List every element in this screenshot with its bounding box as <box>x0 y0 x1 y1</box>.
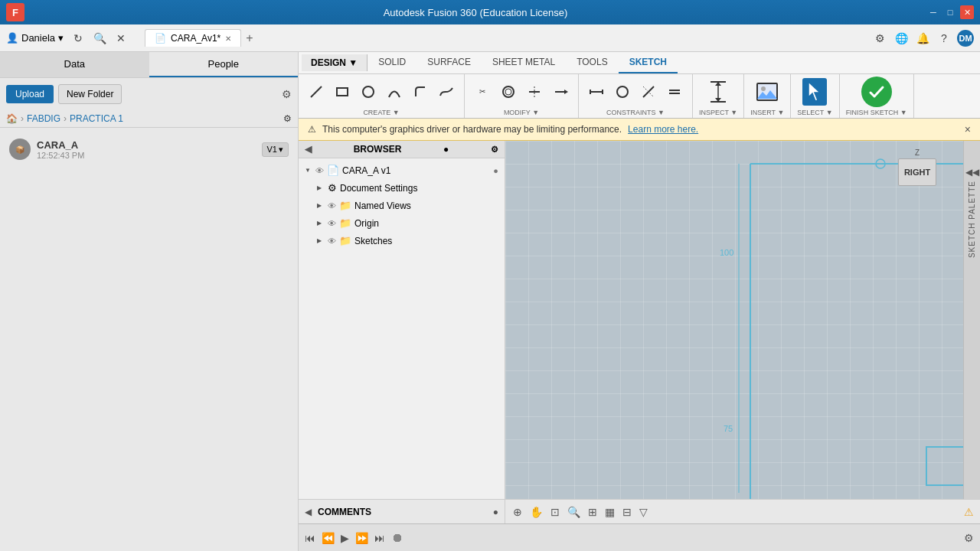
tree-item-named-views[interactable]: ▶ 👁 📁 Named Views <box>311 197 505 214</box>
spline-tool[interactable] <box>435 78 458 106</box>
tab-people[interactable]: People <box>149 52 299 77</box>
breadcrumb-home[interactable]: 🏠 <box>6 113 18 124</box>
zoom-icon[interactable]: 🔍 <box>566 504 582 520</box>
active-tab[interactable]: 📄 CARA_Av1* ✕ <box>145 29 241 47</box>
eye-icon-origin[interactable]: 👁 <box>328 219 336 228</box>
file-item[interactable]: 📦 CARA_A 12:52:43 PM V1 ▾ <box>6 134 292 165</box>
browser-settings-icon[interactable]: ⚙ <box>491 145 498 155</box>
orbit-icon[interactable]: ⊕ <box>511 504 524 520</box>
upload-button[interactable]: Upload <box>6 85 54 103</box>
new-folder-button[interactable]: New Folder <box>58 84 122 104</box>
grid-icon[interactable]: ⊟ <box>621 504 633 520</box>
tree-item-doc-settings[interactable]: ▶ ⚙ Document Settings <box>311 179 505 197</box>
close-button[interactable]: ✕ <box>960 5 974 19</box>
warning-link[interactable]: Learn more here. <box>628 124 698 135</box>
pan-icon[interactable]: ✋ <box>528 504 544 520</box>
timeline-record-icon[interactable]: ⏺ <box>391 531 403 545</box>
palette-collapse-icon[interactable]: ◀◀ <box>965 167 979 178</box>
eye-icon-sketches[interactable]: 👁 <box>328 236 336 246</box>
modify-label[interactable]: MODIFY ▼ <box>504 109 539 116</box>
comments-pin-icon[interactable]: ● <box>493 507 498 517</box>
tab-sheet-metal[interactable]: SHEET METAL <box>482 52 566 73</box>
help-icon[interactable]: ? <box>936 30 952 47</box>
create-label[interactable]: CREATE ▼ <box>363 109 399 116</box>
viewport[interactable]: 100 75 Z RIGHT <box>505 141 963 499</box>
browser-pin-icon[interactable]: ● <box>443 144 449 155</box>
breadcrumb-settings-icon[interactable]: ⚙ <box>283 113 292 124</box>
warning-status-icon[interactable]: ⚠ <box>964 506 974 518</box>
select-label[interactable]: SELECT ▼ <box>797 109 832 116</box>
timeline-next-icon[interactable]: ⏩ <box>355 532 368 544</box>
user-name: Daniela <box>21 32 55 44</box>
folder-icon-origin: 📁 <box>339 217 351 229</box>
line-tool[interactable] <box>305 78 328 106</box>
tab-tools[interactable]: TOOLS <box>566 52 618 73</box>
view-cube-right[interactable]: RIGHT <box>898 158 936 186</box>
notifications-icon[interactable]: 🔔 <box>914 30 931 47</box>
tree-bullet-icon[interactable]: ● <box>493 166 498 175</box>
zoom-fit-icon[interactable]: ⊡ <box>549 504 561 520</box>
eye-icon-named[interactable]: 👁 <box>328 201 336 210</box>
constraints-label[interactable]: CONSTRAINTS ▼ <box>606 109 665 116</box>
browser-icon[interactable]: 🌐 <box>893 30 910 47</box>
file-icon: 📦 <box>9 139 31 160</box>
arc-tool[interactable] <box>383 78 406 106</box>
svg-marker-24 <box>808 82 820 101</box>
trim-tool[interactable] <box>523 78 546 106</box>
horizontal-constraint[interactable] <box>585 78 608 106</box>
timeline-end-icon[interactable]: ⏭ <box>374 532 385 544</box>
svg-point-4 <box>505 89 511 95</box>
tree-item-origin[interactable]: ▶ 👁 📁 Origin <box>311 214 505 232</box>
insert-image-tool[interactable] <box>753 78 782 106</box>
measure-tool[interactable] <box>704 77 733 107</box>
tab-surface[interactable]: SURFACE <box>416 52 482 73</box>
coincident-constraint[interactable] <box>637 78 660 106</box>
design-dropdown[interactable]: DESIGN ▼ <box>302 54 368 71</box>
tree-item-sketches[interactable]: ▶ 👁 📁 Sketches <box>311 232 505 249</box>
rectangle-tool[interactable] <box>331 78 354 106</box>
timeline-prev-icon[interactable]: ⏪ <box>322 532 335 544</box>
insert-label[interactable]: INSERT ▼ <box>750 109 784 116</box>
breadcrumb-practica[interactable]: PRACTICA 1 <box>70 113 123 124</box>
warning-close-icon[interactable]: × <box>965 123 971 135</box>
app-toolbar-icons: ↻ 🔍 ✕ <box>70 30 129 47</box>
offset-tool[interactable] <box>497 78 520 106</box>
more-icon[interactable]: ▽ <box>638 504 649 520</box>
breadcrumb-fabdig[interactable]: FABDIG <box>27 113 60 124</box>
extend-tool[interactable] <box>549 78 572 106</box>
equal-constraint[interactable] <box>663 78 686 106</box>
timeline-play-icon[interactable]: ▶ <box>341 532 349 544</box>
account-icon[interactable]: DM <box>957 30 974 47</box>
timeline-settings-icon[interactable]: ⚙ <box>964 532 974 544</box>
finish-sketch-button[interactable] <box>861 77 892 107</box>
tree-item-document[interactable]: ▼ 👁 📄 CARA_A v1 ● <box>299 161 505 179</box>
comments-collapse-icon[interactable]: ◀ <box>305 507 312 517</box>
zoom-extent-icon[interactable]: ⊞ <box>586 504 599 520</box>
eye-icon[interactable]: 👁 <box>315 166 324 175</box>
close-panel-icon[interactable]: ✕ <box>113 30 129 47</box>
timeline-start-icon[interactable]: ⏮ <box>305 532 315 544</box>
fillet-tool[interactable] <box>409 78 432 106</box>
minimize-button[interactable]: ─ <box>926 5 940 19</box>
tab-sketch[interactable]: SKETCH <box>619 52 678 73</box>
circle-tool[interactable] <box>357 78 380 106</box>
tab-data[interactable]: Data <box>0 52 149 77</box>
tab-solid[interactable]: SOLID <box>368 52 416 73</box>
panel-settings-icon[interactable]: ⚙ <box>282 88 292 100</box>
display-mode-icon[interactable]: ▦ <box>603 504 616 520</box>
finish-sketch-label[interactable]: FINISH SKETCH ▼ <box>846 109 907 116</box>
circle-constraint[interactable] <box>611 78 634 106</box>
inspect-label[interactable]: INSPECT ▼ <box>699 109 737 116</box>
select-tool[interactable] <box>802 78 827 106</box>
refresh-icon[interactable]: ↻ <box>70 30 87 47</box>
tab-close-icon[interactable]: ✕ <box>225 34 231 43</box>
version-badge[interactable]: V1 ▾ <box>262 142 289 157</box>
new-tab-button[interactable]: + <box>243 31 256 45</box>
options-icon[interactable]: ⚙ <box>871 30 888 47</box>
user-menu[interactable]: 👤 Daniela ▾ <box>6 32 64 44</box>
browser-collapse-icon[interactable]: ◀ <box>305 144 312 155</box>
maximize-button[interactable]: □ <box>943 5 957 19</box>
settings-icon: ⚙ <box>328 182 337 194</box>
scissors-tool[interactable]: ✂ <box>471 78 494 106</box>
search-icon[interactable]: 🔍 <box>91 30 108 47</box>
